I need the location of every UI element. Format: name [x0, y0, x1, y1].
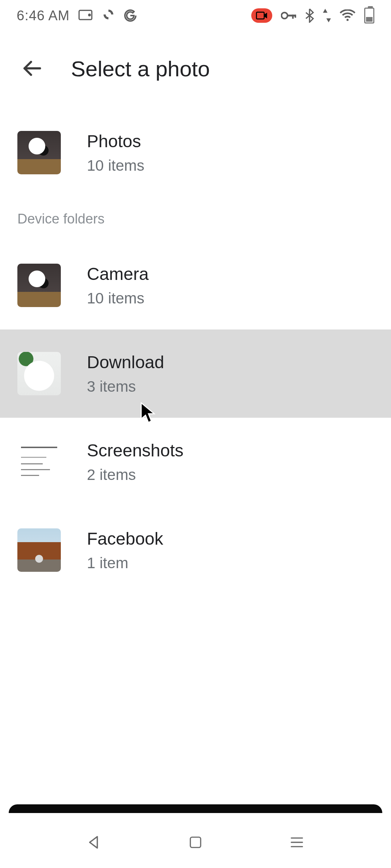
folder-thumbnail [17, 528, 61, 572]
folder-row-photos[interactable]: Photos 10 items [0, 109, 391, 197]
folder-row-facebook[interactable]: Facebook 1 item [0, 506, 391, 594]
section-label-device-folders: Device folders [0, 197, 391, 241]
folder-row-download[interactable]: Download 3 items [0, 329, 391, 418]
battery-icon [364, 8, 374, 24]
nav-back-button[interactable] [72, 828, 116, 857]
svg-point-7 [346, 19, 349, 21]
folder-list: Photos 10 items Device folders Camera 10… [0, 109, 391, 594]
folder-subtitle: 10 items [87, 157, 144, 174]
screen-bottom-crop [9, 804, 382, 813]
google-g-icon [123, 8, 138, 23]
vpn-key-icon [281, 11, 296, 20]
nav-recents-button[interactable] [275, 828, 319, 857]
folder-subtitle: 1 item [87, 554, 163, 572]
folder-thumbnail [17, 264, 61, 307]
folder-thumbnail [17, 131, 61, 174]
folder-thumbnail [17, 440, 61, 484]
bluetooth-icon [305, 8, 314, 23]
svg-point-1 [88, 14, 91, 17]
folder-row-camera[interactable]: Camera 10 items [0, 241, 391, 329]
page-title: Select a photo [71, 56, 210, 81]
folder-text: Photos 10 items [87, 131, 144, 174]
status-clock: 6:46 AM [17, 8, 70, 24]
svg-marker-9 [90, 837, 97, 848]
svg-rect-10 [190, 837, 201, 847]
folder-text: Download 3 items [87, 352, 164, 395]
app-bar: Select a photo [0, 47, 391, 90]
svg-rect-6 [295, 14, 296, 17]
nav-home-icon [189, 835, 202, 850]
nav-recents-icon [289, 836, 304, 850]
folder-subtitle: 10 items [87, 290, 149, 307]
folder-title: Screenshots [87, 441, 184, 460]
svg-rect-5 [292, 14, 294, 18]
arrow-left-icon [22, 59, 42, 79]
svg-point-3 [281, 13, 287, 19]
folder-title: Photos [87, 131, 144, 151]
status-right [251, 8, 374, 24]
screen-record-icon [251, 8, 272, 23]
folder-title: Camera [87, 264, 149, 284]
svg-rect-4 [287, 14, 296, 16]
status-bar: 6:46 AM [0, 0, 391, 31]
folder-thumbnail [17, 352, 61, 395]
folder-row-screenshots[interactable]: Screenshots 2 items [0, 418, 391, 506]
folder-subtitle: 2 items [87, 466, 184, 484]
folder-text: Facebook 1 item [87, 529, 163, 572]
status-left: 6:46 AM [17, 8, 138, 24]
folder-subtitle: 3 items [87, 378, 164, 395]
svg-rect-2 [256, 12, 264, 19]
folder-title: Download [87, 352, 164, 372]
folder-title: Facebook [87, 529, 163, 549]
cast-icon [78, 10, 93, 21]
data-updown-icon [323, 8, 331, 23]
folder-text: Screenshots 2 items [87, 441, 184, 484]
back-button[interactable] [14, 51, 49, 86]
system-nav-bar [0, 817, 391, 868]
wifi-icon [340, 9, 356, 22]
voice-assist-icon [101, 9, 114, 22]
folder-text: Camera 10 items [87, 264, 149, 307]
nav-back-icon [87, 835, 102, 851]
nav-home-button[interactable] [174, 828, 217, 857]
